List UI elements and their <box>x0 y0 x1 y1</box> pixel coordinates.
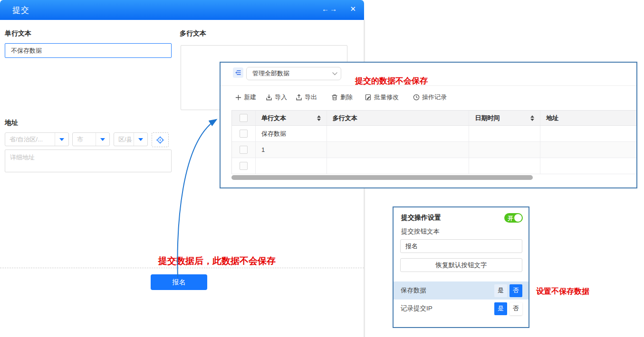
cell-multi-line <box>327 158 470 174</box>
reset-button-text-button[interactable]: 恢复默认按钮文字 <box>400 258 522 272</box>
save-data-option-row: 保存数据 是 否 <box>394 281 529 300</box>
data-toolbar: 新建 导入 导出 删除 批量修改 <box>235 93 447 102</box>
crosshair-icon <box>156 136 164 144</box>
locate-button[interactable] <box>152 132 169 147</box>
submit-button-text-label: 提交按钮文本 <box>401 227 440 236</box>
row-checkbox[interactable] <box>240 130 248 138</box>
window-title: 提交 <box>12 5 29 16</box>
cell-address <box>540 142 636 158</box>
panel-annotation: 提交的数据不会保存 <box>355 75 428 86</box>
table-row <box>232 158 636 174</box>
export-button[interactable]: 导出 <box>296 93 317 102</box>
cell-single-line: 保存数据 <box>256 126 327 141</box>
toggle-on-label: 开 <box>508 215 513 223</box>
cell-address <box>540 126 636 141</box>
table-row: 1 <box>232 142 636 158</box>
record-ip-label: 记录提交IP <box>394 304 492 313</box>
cell-datetime <box>469 126 540 141</box>
settings-title: 提交操作设置 <box>401 214 441 222</box>
city-caret-icon[interactable] <box>96 133 109 146</box>
row-checkbox[interactable] <box>240 162 248 170</box>
data-table: 单行文本 多行文本 日期时间 地址 保存数据 1 <box>231 110 636 174</box>
form-annotation: 提交数据后，此数据不会保存 <box>158 255 276 267</box>
single-line-input[interactable] <box>5 43 172 58</box>
clock-icon <box>413 94 420 101</box>
cell-address <box>540 158 636 174</box>
row-checkbox[interactable] <box>240 146 248 154</box>
cell-datetime <box>469 142 540 158</box>
save-data-label: 保存数据 <box>394 286 492 295</box>
header-col-datetime: 日期时间 <box>469 111 540 125</box>
province-select[interactable]: 省/自治区/... <box>5 132 69 146</box>
single-line-label: 单行文本 <box>5 29 31 38</box>
cell-datetime <box>469 158 540 174</box>
plus-icon <box>235 94 241 101</box>
delete-button[interactable]: 删除 <box>331 93 353 102</box>
edit-document-icon <box>365 94 372 101</box>
province-placeholder: 省/自治区/... <box>5 135 55 144</box>
menu-fold-icon <box>235 69 241 76</box>
trash-icon <box>331 94 338 101</box>
table-header-row: 单行文本 多行文本 日期时间 地址 <box>232 111 636 126</box>
data-scope-select[interactable]: 管理全部数据 <box>246 67 341 80</box>
toggle-knob <box>514 214 522 222</box>
import-icon <box>266 94 272 101</box>
cell-multi-line <box>327 142 470 158</box>
header-checkbox-cell <box>232 111 256 125</box>
expand-width-icon[interactable]: ←→ <box>321 5 337 13</box>
new-button[interactable]: 新建 <box>235 93 256 102</box>
sort-icon[interactable] <box>530 115 534 121</box>
data-scope-value: 管理全部数据 <box>247 69 328 78</box>
address-label: 地址 <box>5 119 18 127</box>
table-row: 保存数据 <box>232 126 636 142</box>
sort-icon[interactable] <box>317 115 321 121</box>
header-col-single-line: 单行文本 <box>256 111 327 125</box>
district-caret-icon[interactable] <box>134 133 147 146</box>
settings-annotation: 设置不保存数据 <box>536 287 589 297</box>
city-select[interactable]: 市 <box>72 132 110 146</box>
close-icon[interactable]: ✕ <box>350 5 356 13</box>
submit-button[interactable]: 报名 <box>151 274 207 290</box>
district-select[interactable]: 区/县 <box>114 132 148 146</box>
batch-edit-button[interactable]: 批量修改 <box>365 93 399 102</box>
save-data-yes-button[interactable]: 是 <box>494 284 507 297</box>
export-icon <box>296 94 302 101</box>
settings-toggle-on[interactable]: 开 <box>504 213 523 223</box>
header-col-multi-line: 多行文本 <box>327 111 470 125</box>
import-button[interactable]: 导入 <box>266 93 287 102</box>
cell-multi-line <box>327 126 470 141</box>
city-placeholder: 市 <box>73 135 96 144</box>
collapse-menu-icon[interactable] <box>233 67 243 78</box>
province-caret-icon[interactable] <box>55 133 68 146</box>
operation-log-button[interactable]: 操作记录 <box>413 93 447 102</box>
data-manage-panel: 管理全部数据 提交的数据不会保存 新建 导入 导出 <box>220 62 637 188</box>
record-ip-yes-button[interactable]: 是 <box>494 302 507 315</box>
multi-line-label: 多行文本 <box>180 29 206 38</box>
district-placeholder: 区/县 <box>114 135 134 144</box>
header-col-address: 地址 <box>540 111 636 125</box>
panel-divider <box>221 85 636 86</box>
cell-single-line: 1 <box>256 142 327 158</box>
cell-single-line <box>256 158 327 174</box>
form-section-divider <box>0 268 364 268</box>
horizontal-scrollbar[interactable] <box>231 175 533 180</box>
submit-button-text-input[interactable] <box>400 239 522 253</box>
submit-settings-panel: 提交操作设置 开 提交按钮文本 恢复默认按钮文字 保存数据 是 否 记录提交IP… <box>393 206 529 328</box>
select-all-checkbox[interactable] <box>240 114 248 122</box>
record-ip-option-row: 记录提交IP 是 否 <box>394 300 529 318</box>
save-data-no-button[interactable]: 否 <box>509 284 522 297</box>
detail-address-textarea[interactable] <box>5 150 172 172</box>
form-window-header: 提交 ←→ ✕ <box>0 0 364 20</box>
chevron-down-icon <box>328 72 341 75</box>
record-ip-no-button[interactable]: 否 <box>509 302 522 315</box>
